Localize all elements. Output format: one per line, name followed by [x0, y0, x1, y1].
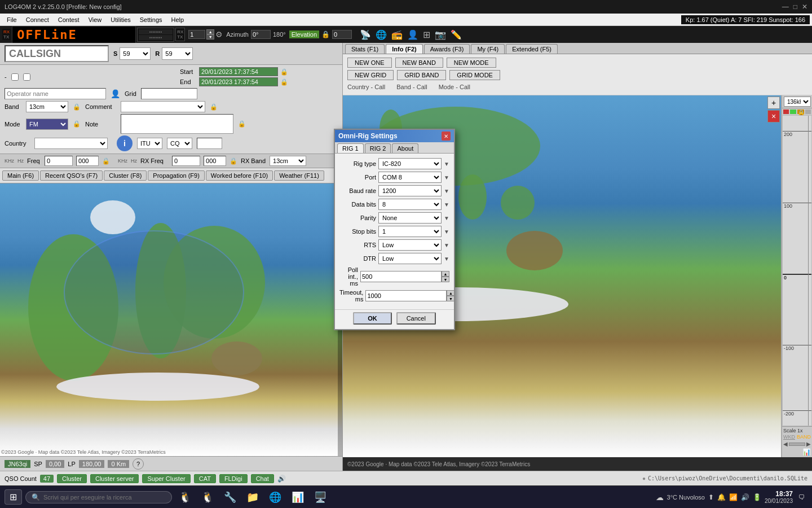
- maximize-button[interactable]: □: [793, 3, 797, 11]
- cq-select[interactable]: CQ: [167, 138, 192, 149]
- az-spinner[interactable]: [188, 30, 205, 39]
- scroll-left-icon[interactable]: ◀: [783, 441, 788, 447]
- search-bar[interactable]: 🔍: [25, 491, 172, 503]
- chart-icon[interactable]: 📊: [802, 448, 811, 456]
- person-icon[interactable]: 👤: [407, 29, 418, 40]
- search-input[interactable]: [43, 494, 162, 501]
- start-button[interactable]: ⊞: [5, 489, 22, 505]
- antenna-icon[interactable]: 📡: [360, 29, 371, 40]
- callsign-input[interactable]: [5, 45, 109, 62]
- rxband-select[interactable]: 13cm: [270, 156, 306, 166]
- tab-cluster[interactable]: Cluster (F8): [104, 170, 147, 181]
- globe-icon[interactable]: 🌐: [376, 29, 387, 40]
- freq-input[interactable]: [45, 156, 73, 166]
- operator-input[interactable]: [5, 88, 106, 99]
- tray-icon1[interactable]: ⬆: [708, 493, 714, 501]
- mode-select[interactable]: FM: [26, 119, 68, 130]
- azimuth-input[interactable]: [251, 30, 271, 39]
- volume-icon[interactable]: 🔊: [741, 493, 749, 501]
- zoom-in-btn[interactable]: +: [767, 97, 780, 109]
- super-cluster-btn[interactable]: Super Cluster: [142, 474, 190, 483]
- menu-settings[interactable]: Settings: [135, 15, 167, 24]
- taskbar-chrome[interactable]: 🌐: [266, 489, 285, 505]
- minimize-button[interactable]: —: [782, 3, 789, 11]
- tab-recent-qso[interactable]: Recent QSO's (F7): [40, 170, 103, 181]
- data-bits-select[interactable]: 8: [378, 199, 442, 210]
- freq-selector[interactable]: 136kHz: [784, 97, 811, 107]
- taskbar-penguin[interactable]: 🐧: [175, 489, 195, 505]
- new-band-btn[interactable]: NEW BAND: [395, 58, 443, 68]
- rxfreq-input[interactable]: [172, 156, 200, 166]
- tab-awards[interactable]: Awards (F3): [424, 44, 470, 54]
- menu-help[interactable]: Help: [167, 15, 189, 24]
- omni-rig-dialog[interactable]: Omni-Rig Settings ✕ RIG 1 RIG 2 About Ri…: [334, 129, 455, 330]
- grid-mode-btn[interactable]: GRID MODE: [449, 70, 500, 80]
- scroll-right-icon[interactable]: ▶: [806, 441, 811, 447]
- spinner-up[interactable]: ▲: [206, 29, 214, 34]
- speaker-icon[interactable]: 🔊: [277, 475, 286, 483]
- end-datetime[interactable]: [199, 77, 278, 86]
- band-scale-label[interactable]: BAND: [797, 434, 811, 440]
- parity-select[interactable]: None: [378, 212, 442, 224]
- cq-value[interactable]: [197, 138, 222, 149]
- menu-view[interactable]: View: [84, 15, 107, 24]
- camera-icon[interactable]: 📷: [435, 29, 446, 40]
- tab-main[interactable]: Main (F6): [2, 170, 39, 181]
- close-button[interactable]: ✕: [802, 3, 807, 11]
- taskbar-penguin2[interactable]: 🐧: [198, 489, 217, 505]
- timeout-up-btn[interactable]: ▲: [447, 290, 454, 296]
- radio-icon[interactable]: 📻: [391, 29, 403, 40]
- comment-select[interactable]: [121, 101, 205, 112]
- stop-bits-select[interactable]: 1: [378, 226, 442, 237]
- taskbar-app[interactable]: 📊: [288, 489, 307, 505]
- cluster-btn[interactable]: Cluster: [57, 474, 87, 483]
- operator-icon[interactable]: 👤: [111, 89, 120, 98]
- timeout-input[interactable]: [365, 290, 447, 301]
- tab-weather[interactable]: Weather (F11): [274, 170, 324, 181]
- baud-rate-select[interactable]: 1200: [378, 185, 442, 196]
- network-icon[interactable]: 📶: [729, 493, 738, 501]
- note-input[interactable]: [121, 114, 233, 134]
- taskbar-tool[interactable]: 🔧: [220, 489, 240, 505]
- timeout-down-btn[interactable]: ▼: [447, 296, 454, 301]
- tab-info[interactable]: Info (F2): [386, 44, 422, 54]
- poll-down-btn[interactable]: ▼: [442, 277, 449, 282]
- tab-propagation[interactable]: Propagation (F9): [148, 170, 205, 181]
- cluster-server-btn[interactable]: Cluster server: [90, 474, 139, 483]
- check1[interactable]: [11, 73, 19, 81]
- pen-icon[interactable]: ✏️: [451, 29, 462, 40]
- dialog-tab-rig2[interactable]: RIG 2: [365, 143, 391, 153]
- freq-hz-input[interactable]: [76, 156, 99, 166]
- spinner-down[interactable]: ▼: [206, 34, 214, 40]
- grid-band-btn[interactable]: GRID BAND: [397, 70, 446, 80]
- cat-btn[interactable]: CAT: [194, 474, 216, 483]
- dialog-tab-about[interactable]: About: [392, 143, 418, 153]
- notification-btn[interactable]: 🗨: [796, 492, 807, 502]
- tab-stats[interactable]: Stats (F1): [345, 44, 385, 54]
- poll-int-input[interactable]: [360, 271, 442, 282]
- rts-select[interactable]: Low: [378, 239, 442, 251]
- grid-icon[interactable]: ⊞: [423, 29, 430, 40]
- tray-icon2[interactable]: 🔔: [717, 493, 726, 501]
- itu-select[interactable]: ITU: [137, 138, 162, 149]
- dialog-close-btn[interactable]: ✕: [442, 132, 451, 141]
- new-one-btn[interactable]: NEW ONE: [347, 58, 392, 68]
- ok-button[interactable]: OK: [353, 312, 392, 325]
- menu-file[interactable]: File: [2, 15, 21, 24]
- dtr-select[interactable]: Low: [378, 253, 442, 264]
- menu-contest[interactable]: Contest: [54, 15, 84, 24]
- cancel-button[interactable]: Cancel: [396, 312, 436, 325]
- grid-input[interactable]: [141, 88, 197, 99]
- rxfreq-hz-input[interactable]: [204, 156, 226, 166]
- help-button[interactable]: ?: [133, 458, 144, 470]
- port-select[interactable]: COM 8: [378, 172, 442, 183]
- taskbar-app2[interactable]: 🖥️: [311, 489, 330, 505]
- poll-up-btn[interactable]: ▲: [442, 271, 449, 277]
- band-select[interactable]: 13cm: [26, 101, 68, 112]
- check2[interactable]: [23, 73, 30, 81]
- fldigi-btn[interactable]: FLDigi: [219, 474, 248, 483]
- s-select[interactable]: 59: [120, 47, 151, 60]
- tab-extended[interactable]: Extended (F5): [506, 44, 558, 54]
- zoom-out-btn[interactable]: ×: [767, 110, 780, 122]
- tab-my[interactable]: My (F4): [471, 44, 505, 54]
